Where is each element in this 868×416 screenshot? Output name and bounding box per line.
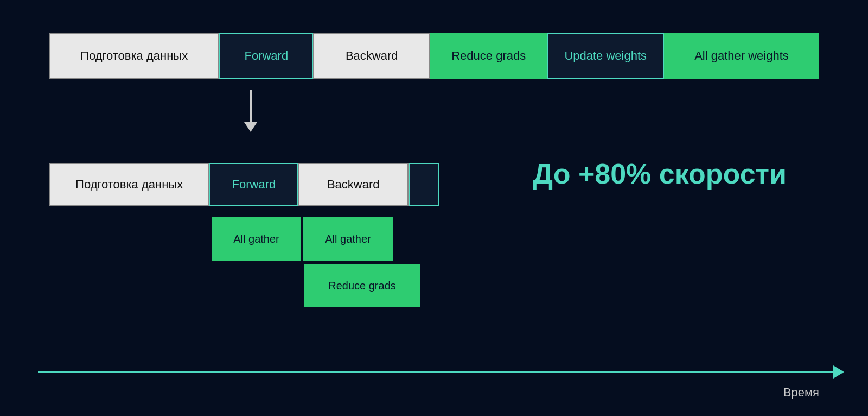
top-timeline: Подготовка данных Forward Backward Reduc… [49,33,819,79]
block-forward-bottom: Forward [209,163,298,206]
allgather-row: All gather All gather [212,217,420,261]
arrow-down [244,90,257,132]
block-allgather-1: All gather [212,217,301,261]
block-backward-top: Backward [313,33,430,79]
overlap-container: All gather All gather Reduce grads [212,217,420,307]
block-reduce-bottom: Reduce grads [304,264,420,307]
block-backward-bottom: Backward [298,163,409,206]
block-forward-top: Forward [219,33,313,79]
block-prepare-top: Подготовка данных [49,33,219,79]
bottom-timeline: Подготовка данных Forward Backward [49,163,439,206]
block-allgather-2: All gather [303,217,393,261]
time-label: Время [783,386,819,400]
block-allgather-top: All gather weights [664,33,819,79]
block-reduce-top: Reduce grads [430,33,547,79]
speed-text: До +80% скорости [533,157,787,190]
block-prepare-bottom: Подготовка данных [49,163,209,206]
block-update-top: Update weights [547,33,664,79]
block-small-dark [409,163,439,206]
time-axis [38,371,835,373]
time-arrow [833,365,844,379]
